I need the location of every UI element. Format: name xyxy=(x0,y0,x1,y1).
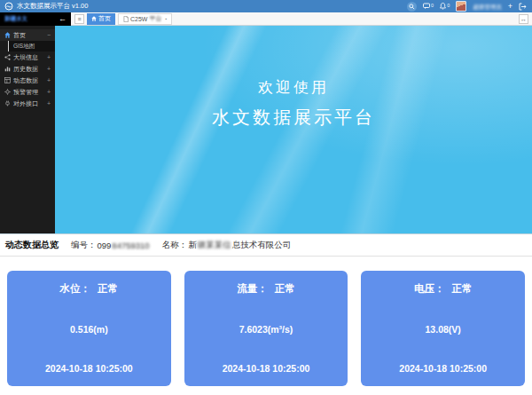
home-icon xyxy=(91,16,97,21)
app-logo-icon xyxy=(4,2,13,11)
expand-indicator: + xyxy=(47,66,51,72)
plug-icon xyxy=(4,100,11,107)
card-timestamp: 2024-10-18 10:25:00 xyxy=(223,363,310,374)
notifications-count-badge: 0 xyxy=(447,3,450,8)
sidebar-item-label: 对外接口 xyxy=(13,99,38,108)
add-tab-button[interactable]: + xyxy=(508,3,512,11)
flow-card[interactable]: 流量：正常 7.6023(m³/s) 2024-10-18 10:25:00 xyxy=(184,271,348,386)
app-title: 水文数据展示平台 v1.00 xyxy=(17,2,88,11)
card-value: 13.08(V) xyxy=(426,324,461,335)
notifications-button[interactable]: 0 xyxy=(440,3,450,10)
card-label: 水位： xyxy=(60,283,91,294)
code-value-prefix: 099 xyxy=(98,241,112,250)
message-icon xyxy=(423,3,430,10)
status-badge: 正常 xyxy=(451,283,472,294)
water-level-card[interactable]: 水位：正常 0.516(m) 2024-10-18 10:25:00 xyxy=(7,271,171,386)
card-timestamp: 2024-10-18 10:25:00 xyxy=(399,363,487,374)
sidebar-item-label: 预警管理 xyxy=(13,88,38,97)
share-nodes-icon xyxy=(4,54,11,60)
card-label: 流量： xyxy=(237,283,268,294)
top-navbar: 水文数据展示平台 v1.00 0 0 xyxy=(0,0,532,12)
sidebar-item-alert-manage[interactable]: 预警管理 + xyxy=(0,86,55,98)
card-title: 流量：正常 xyxy=(237,282,295,296)
username-label[interactable]: 超级管理员 xyxy=(473,4,502,10)
user-avatar[interactable] xyxy=(456,1,466,12)
tab-home-label: 首页 xyxy=(98,14,111,23)
sidebar-item-dynamic-data[interactable]: 动态数据 + xyxy=(0,75,55,86)
name-value-masked: 疆某某信 xyxy=(198,240,231,251)
status-badge: 正常 xyxy=(98,283,118,294)
tab-bar: ≡ 首页 C25W 平台 ▪ ↔ xyxy=(71,12,532,26)
sidebar-item-label: 历史数据 xyxy=(13,65,38,74)
collapse-sidebar-button[interactable]: ← xyxy=(59,15,66,23)
card-timestamp: 2024-10-18 10:25:00 xyxy=(45,363,133,374)
sidebar-subitem-gis-map[interactable]: GIS地图 xyxy=(8,41,55,51)
tab-document[interactable]: C25W 平台 ▪ xyxy=(118,13,172,25)
close-tab-icon[interactable]: ▪ xyxy=(165,16,167,21)
welcome-text-line1: 欢迎使用 xyxy=(55,77,532,98)
voltage-card[interactable]: 电压：正常 13.08(V) 2024-10-18 10:25:00 xyxy=(361,271,525,386)
name-value-suffix: 息技术有限公司 xyxy=(232,240,292,251)
tab-document-label-masked: 平台 xyxy=(149,14,161,23)
code-value-masked: 84759310 xyxy=(112,241,149,250)
welcome-text-line2: 水文数据展示平台 xyxy=(55,106,532,130)
card-value: 7.6023(m³/s) xyxy=(239,324,293,335)
expand-indicator: + xyxy=(47,54,51,60)
sidebar-subitem-label: GIS地图 xyxy=(13,43,35,51)
expand-indicator: + xyxy=(47,77,51,83)
app-window: 水文数据展示平台 v1.00 0 0 xyxy=(0,0,532,395)
sidebar-item-external-api[interactable]: 对外接口 + xyxy=(0,98,55,109)
name-value-prefix: 新 xyxy=(188,240,197,251)
name-label: 名称： xyxy=(162,240,188,251)
sidebar-item-history-data[interactable]: 历史数据 + xyxy=(0,63,55,75)
logout-icon[interactable] xyxy=(519,3,527,11)
search-icon xyxy=(409,4,415,10)
code-label: 编号： xyxy=(71,240,97,251)
home-icon xyxy=(4,32,11,38)
sidebar-menu: 首页 − GIS地图 大坝信息 + 历史数据 + xyxy=(0,26,55,233)
dynamic-data-overview: 动态数据总览 编号： 099 84759310 名称： 新 疆某某信 息技术有限… xyxy=(0,233,532,395)
overview-header: 动态数据总览 编号： 099 84759310 名称： 新 疆某某信 息技术有限… xyxy=(0,234,532,257)
messages-button[interactable]: 0 xyxy=(423,3,434,10)
expand-tabs-button[interactable]: ↔ xyxy=(519,14,528,24)
status-cards-row: 水位：正常 0.516(m) 2024-10-18 10:25:00 流量：正常… xyxy=(0,271,532,386)
tab-home[interactable]: 首页 xyxy=(87,13,115,25)
card-title: 水位：正常 xyxy=(60,282,119,296)
search-button[interactable] xyxy=(407,2,417,12)
navbar-actions: 0 0 超级管理员 + xyxy=(407,1,527,12)
bar-chart-icon xyxy=(4,66,11,72)
welcome-banner: 欢迎使用 水文数据展示平台 xyxy=(55,26,532,233)
status-badge: 正常 xyxy=(275,283,295,294)
card-label: 电压： xyxy=(414,283,445,294)
bell-icon xyxy=(440,3,446,10)
document-icon xyxy=(123,16,129,22)
sidebar-item-home[interactable]: 首页 − xyxy=(0,29,55,41)
expand-indicator: + xyxy=(47,100,51,107)
table-icon xyxy=(4,77,11,83)
sidebar-header: 新疆水文 ← xyxy=(0,12,71,26)
section-title: 动态数据总览 xyxy=(5,239,59,251)
tab-document-label-prefix: C25W xyxy=(130,16,147,22)
messages-count-badge: 0 xyxy=(431,3,434,8)
sidebar-item-label: 大坝信息 xyxy=(13,53,38,62)
sidebar-item-label: 动态数据 xyxy=(13,76,38,85)
card-value: 0.516(m) xyxy=(70,324,108,335)
expand-indicator: + xyxy=(47,89,51,95)
sidebar-item-label: 首页 xyxy=(13,31,26,40)
brand-label: 新疆水文 xyxy=(4,15,27,23)
gear-icon xyxy=(4,89,11,95)
sidebar-item-dam-info[interactable]: 大坝信息 + xyxy=(0,51,55,63)
card-title: 电压：正常 xyxy=(414,282,473,296)
menu-toggle-button[interactable]: ≡ xyxy=(74,14,84,24)
collapse-indicator: − xyxy=(47,32,51,38)
